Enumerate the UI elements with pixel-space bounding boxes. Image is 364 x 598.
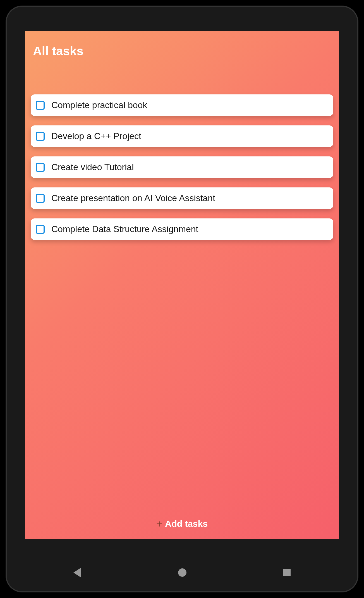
checkbox-icon[interactable] — [36, 163, 45, 172]
page-title: All tasks — [33, 44, 331, 58]
back-icon[interactable] — [73, 568, 81, 578]
home-icon[interactable] — [178, 568, 186, 577]
app-screen: All tasks Complete practical book Develo… — [25, 31, 339, 539]
task-label: Create video Tutorial — [51, 162, 134, 172]
add-tasks-label: Add tasks — [165, 519, 208, 529]
task-item[interactable]: Create video Tutorial — [31, 156, 333, 178]
task-item[interactable]: Complete Data Structure Assignment — [31, 218, 333, 240]
add-tasks-button[interactable]: + Add tasks — [156, 519, 208, 529]
checkbox-icon[interactable] — [36, 101, 45, 110]
task-label: Complete practical book — [51, 100, 147, 110]
device-frame: All tasks Complete practical book Develo… — [6, 6, 358, 592]
checkbox-icon[interactable] — [36, 132, 45, 141]
recent-apps-icon[interactable] — [283, 569, 291, 576]
task-list: Complete practical book Develop a C++ Pr… — [25, 58, 339, 240]
checkbox-icon[interactable] — [36, 225, 45, 234]
task-label: Complete Data Structure Assignment — [51, 224, 198, 234]
task-label: Create presentation on AI Voice Assistan… — [51, 193, 215, 203]
checkbox-icon[interactable] — [36, 194, 45, 203]
header: All tasks — [25, 31, 339, 58]
task-item[interactable]: Develop a C++ Project — [31, 125, 333, 147]
plus-icon: + — [156, 519, 162, 529]
task-item[interactable]: Complete practical book — [31, 94, 333, 116]
system-nav-bar — [25, 563, 339, 582]
task-item[interactable]: Create presentation on AI Voice Assistan… — [31, 187, 333, 209]
task-label: Develop a C++ Project — [51, 131, 141, 141]
